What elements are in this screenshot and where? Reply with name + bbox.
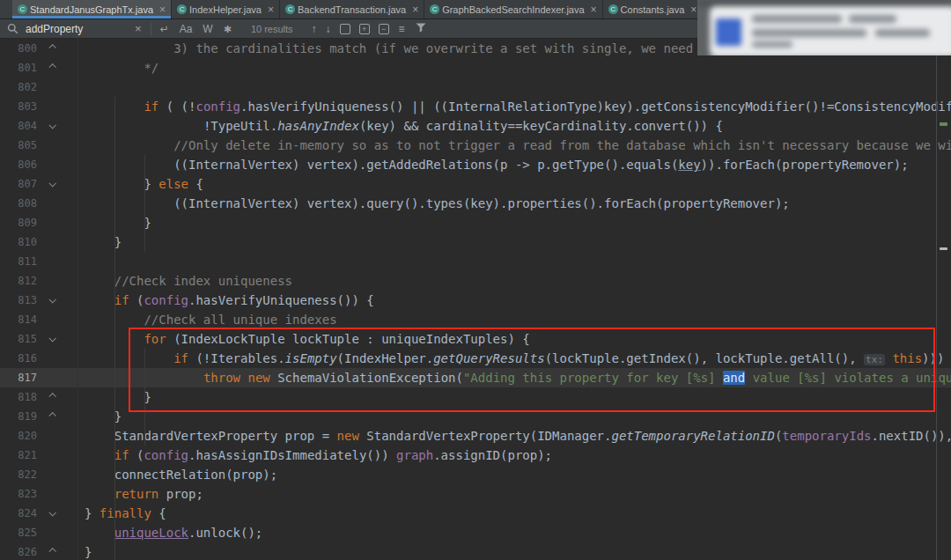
tab-close-icon[interactable]: × [412,5,418,14]
tab-close-icon[interactable]: × [690,5,697,14]
code-line[interactable]: 803if ( (!config.hasVerifyUniqueness() |… [0,97,951,116]
line-number[interactable]: 826 [0,542,37,560]
line-number[interactable]: 806 [0,155,37,174]
code-line[interactable]: 814//Check all unique indexes [0,310,951,329]
tab-label: Constants.java [621,4,685,15]
next-occurrence-button[interactable]: ↓ [326,23,331,35]
fold-marker-icon[interactable] [37,174,67,194]
line-number[interactable]: 803 [0,97,37,116]
line-number[interactable]: 801 [0,58,37,77]
code-line[interactable]: 806((InternalVertex) vertex).getAddedRel… [0,155,951,174]
tab-constants-java[interactable]: CConstants.java× [603,0,704,18]
code-line[interactable]: 801*/ [0,58,951,77]
line-number[interactable]: 811 [0,252,37,271]
fold-marker-icon[interactable] [37,387,67,407]
fold-marker-icon[interactable] [37,504,67,523]
code-line[interactable]: 825uniqueLock.unlock(); [0,523,951,542]
code-line[interactable]: 812//Check index uniqueness [0,271,951,291]
code-line[interactable]: 819} [0,407,951,426]
line-number[interactable]: 819 [0,407,37,426]
code-editor[interactable]: 8003) the cardinalities match (if we ove… [0,39,951,560]
java-class-icon: C [608,4,618,14]
whole-words-toggle[interactable]: W [203,23,212,35]
filter-funnel-icon[interactable] [416,23,426,35]
code-text: if (config.hasAssignIDsImmediately()) gr… [67,446,951,465]
add-occurrence-icon[interactable]: + [359,24,370,34]
code-line[interactable]: 818} [0,387,951,407]
code-line[interactable]: 821if (config.hasAssignIDsImmediately())… [0,446,951,465]
scroll-stripe-mark [940,122,947,126]
line-number[interactable]: 820 [0,426,37,446]
fold-marker-icon[interactable] [37,116,67,136]
code-line[interactable]: 807} else { [0,174,951,194]
code-lines: 8003) the cardinalities match (if we ove… [0,39,951,560]
code-line[interactable]: 820StandardVertexProperty prop = new Sta… [0,426,951,446]
clear-search-icon[interactable]: × [135,23,142,35]
line-number[interactable]: 807 [0,174,37,194]
fold-marker-icon[interactable] [37,39,67,58]
java-class-icon: C [18,4,27,14]
line-number[interactable]: 815 [0,329,37,349]
tab-backendtransaction-java[interactable]: CBackendTransaction.java× [280,0,424,18]
code-line[interactable]: 809} [0,213,951,232]
gutter-space [37,484,67,504]
line-number[interactable]: 823 [0,484,37,504]
line-number[interactable]: 812 [0,271,37,291]
tab-close-icon[interactable]: × [159,5,166,14]
code-text: } [67,232,951,252]
code-line[interactable]: 808((InternalVertex) vertex).query().typ… [0,194,951,213]
code-line[interactable]: 824} finally { [0,504,951,523]
fold-marker-icon[interactable] [37,58,67,77]
line-number[interactable]: 809 [0,213,37,232]
code-line[interactable]: 815for (IndexLockTuple lockTuple : uniqu… [0,329,951,349]
line-number[interactable]: 814 [0,310,37,329]
select-all-occurrences-icon[interactable] [340,24,350,34]
fold-marker-icon[interactable] [37,291,67,310]
newline-icon[interactable]: ↵ [160,23,169,35]
censor-streak [752,15,842,23]
fold-marker-icon[interactable] [37,407,67,426]
line-number[interactable]: 804 [0,116,37,136]
search-input[interactable]: addProperty [26,23,129,35]
line-number[interactable]: 813 [0,291,37,310]
tab-close-icon[interactable]: × [591,5,597,14]
line-number[interactable]: 817 [0,368,37,387]
fold-marker-icon[interactable] [37,329,67,349]
code-text: } else { [67,174,951,194]
code-line[interactable]: 823return prop; [0,484,951,504]
line-number[interactable]: 808 [0,194,37,213]
tab-standardjanusgraphtx-java[interactable]: CStandardJanusGraphTx.java× [12,0,172,18]
line-number[interactable]: 802 [0,77,37,97]
filter-lines-icon[interactable]: ≡ [399,23,405,35]
regex-toggle[interactable]: ✱ [224,23,232,35]
tab-graphbackedsearchindexer-java[interactable]: CGraphBackedSearchIndexer.java× [424,0,602,18]
line-number[interactable]: 824 [0,504,37,523]
java-class-icon: C [177,4,187,14]
code-line[interactable]: 802 [0,77,951,97]
code-line[interactable]: 810} [0,232,951,252]
code-line[interactable]: 816if (!Iterables.isEmpty(IndexHelper.ge… [0,349,951,368]
line-number[interactable]: 816 [0,349,37,368]
tab-close-icon[interactable]: × [268,5,274,14]
match-case-toggle[interactable]: Aa [180,23,193,35]
line-number[interactable]: 825 [0,523,37,542]
code-line[interactable]: 805//Only delete in-memory so as to not … [0,136,951,155]
previous-occurrence-button[interactable]: ↑ [312,23,317,35]
code-line[interactable]: 813if (config.hasVerifyUniqueness()) { [0,291,951,310]
code-line[interactable]: 811 [0,252,951,271]
code-line[interactable]: 804!TypeUtil.hasAnyIndex(key) && cardina… [0,116,951,136]
line-number[interactable]: 821 [0,446,37,465]
line-number[interactable]: 822 [0,465,37,484]
line-number[interactable]: 818 [0,387,37,407]
fold-marker-icon[interactable] [37,542,67,560]
line-number[interactable]: 805 [0,136,37,155]
code-line[interactable]: 817throw new SchemaViolationException("A… [0,368,951,387]
line-number[interactable]: 810 [0,232,37,252]
line-number[interactable]: 800 [0,39,37,58]
code-line[interactable]: 826} [0,542,951,560]
code-line[interactable]: 822connectRelation(prop); [0,465,951,484]
tab-indexhelper-java[interactable]: CIndexHelper.java× [172,0,280,18]
code-text: ((InternalVertex) vertex).query().types(… [67,194,951,213]
exclude-occurrence-icon[interactable]: − [379,24,389,34]
code-text: if (config.hasVerifyUniqueness()) { [67,291,951,310]
